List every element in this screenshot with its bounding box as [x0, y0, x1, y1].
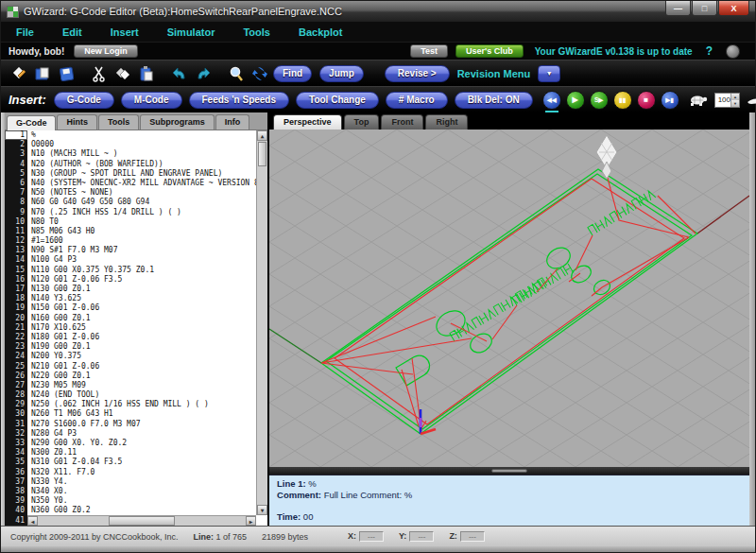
cut-icon[interactable] — [89, 63, 110, 84]
menu-item-tools[interactable]: Tools — [243, 26, 270, 38]
code-line[interactable]: 16N120 G01 Z-0.06 F3.5 — [5, 275, 256, 285]
code-line[interactable]: 32N280 G4 P3 — [5, 429, 256, 439]
paste-icon[interactable] — [136, 63, 157, 84]
insert-m-code-button[interactable]: M-Code — [121, 92, 182, 109]
code-line[interactable]: 15N110 G00 X0.375 Y0.375 Z0.1 — [5, 266, 256, 275]
insert--macro-button[interactable]: # Macro — [386, 92, 448, 109]
code-line[interactable]: 17N130 G00 Z0.1 — [5, 285, 256, 294]
hscroll-thumb[interactable] — [109, 516, 175, 526]
new-login-button[interactable]: New Login — [74, 44, 138, 58]
scroll-left-icon[interactable]: ◀ — [27, 516, 38, 526]
scroll-up-icon[interactable]: ▲ — [257, 130, 267, 141]
code-line[interactable]: 8N60 G0 G40 G49 G50 G80 G94 — [5, 198, 256, 207]
view-tab-front[interactable]: Front — [381, 114, 423, 130]
code-line[interactable]: 10N80 T0 — [5, 217, 256, 227]
code-line[interactable]: 29N250 (.062 INCH 1/16 HSS END MILL ) ( … — [5, 400, 256, 409]
code-line[interactable]: 7N50 (NOTES ~ NONE) — [5, 188, 256, 198]
code-line[interactable]: 27N230 M05 M09 — [5, 381, 256, 390]
refresh-icon[interactable] — [249, 63, 270, 84]
code-line[interactable]: 39N350 Y0. — [5, 496, 256, 506]
undo-icon[interactable] — [169, 63, 190, 84]
code-line[interactable]: 11N85 M06 G43 H0 — [5, 227, 256, 236]
code-editor[interactable]: 1%2O00003N10 (MACH3 MILL ~ )4N20 (AUTHOR… — [5, 130, 267, 526]
stop-button[interactable]: ■ — [637, 91, 656, 110]
code-line[interactable]: 2O0000 — [5, 140, 256, 149]
code-line[interactable]: 22N180 G01 Z-0.06 — [5, 333, 256, 342]
save-file-icon[interactable] — [56, 63, 77, 84]
tab-hints[interactable]: Hints — [57, 114, 97, 130]
code-line[interactable]: 37N330 Y4. — [5, 477, 256, 487]
code-line[interactable]: 33N290 G00 X0. Y0. Z0.2 — [5, 439, 256, 448]
tab-info[interactable]: Info — [215, 114, 250, 130]
revise-button[interactable]: Revise > — [385, 65, 450, 82]
code-line[interactable]: 18N140 Y3.625 — [5, 294, 256, 303]
rewind-button[interactable]: ◀◀ — [542, 91, 561, 110]
editor-horizontal-scrollbar[interactable]: ◀ ▶ — [27, 515, 256, 526]
code-line[interactable]: 31N270 S1600.0 F7.0 M3 M07 — [5, 420, 256, 429]
speed-spinner[interactable]: 100 ▲▼ — [714, 93, 740, 108]
code-line[interactable]: 5N30 (GROUP ~ SPOT DRILL AND ENGRAVE PAN… — [5, 169, 256, 179]
code-line[interactable]: 38N340 X0. — [5, 487, 256, 496]
code-line[interactable]: 13N90 S#1 F7.0 M3 M07 — [5, 246, 256, 255]
search-icon[interactable] — [226, 63, 247, 84]
tab-tools[interactable]: Tools — [98, 114, 139, 130]
step-play-button[interactable]: S▶ — [590, 91, 609, 110]
copy-icon[interactable] — [112, 63, 133, 84]
new-file-icon[interactable] — [9, 63, 29, 84]
test-button[interactable]: Test — [410, 44, 448, 58]
spin-down-icon[interactable]: ▼ — [731, 100, 739, 107]
code-line[interactable]: 1% — [5, 130, 256, 140]
code-line[interactable]: 23N190 G00 Z0.1 — [5, 342, 256, 352]
menu-item-simulator[interactable]: Simulator — [167, 26, 215, 38]
tab-subprograms[interactable]: Subprograms — [140, 114, 215, 130]
scroll-down-icon[interactable]: ▼ — [257, 505, 267, 515]
code-line[interactable]: 24N200 Y0.375 — [5, 352, 256, 361]
redo-icon[interactable] — [193, 63, 214, 84]
find-button[interactable]: Find — [273, 65, 312, 82]
insert-g-code-button[interactable]: G-Code — [54, 92, 114, 109]
open-file-icon[interactable] — [32, 63, 53, 84]
code-line[interactable]: 40N360 G00 Z0.2 — [5, 506, 256, 515]
backplot-3d-view[interactable] — [269, 130, 749, 467]
code-line[interactable]: 28N240 (END TOOL) — [5, 390, 256, 400]
view-tab-top[interactable]: Top — [344, 114, 380, 130]
help-icon[interactable]: ? — [706, 44, 713, 58]
code-line[interactable]: 20N160 G00 Z0.1 — [5, 314, 256, 323]
scroll-right-icon[interactable]: ▶ — [246, 516, 256, 526]
spin-up-icon[interactable]: ▲ — [731, 94, 739, 100]
code-line[interactable]: 4N20 (AUTHOR ~ (BOB WARFIELD)) — [5, 160, 256, 169]
menu-item-file[interactable]: File — [16, 26, 34, 38]
step-forward-button[interactable]: ▶▮ — [661, 91, 679, 110]
code-line[interactable]: 25N210 G01 Z-0.06 — [5, 362, 256, 372]
menu-item-backplot[interactable]: Backplot — [299, 26, 342, 38]
users-club-button[interactable]: User's Club — [455, 44, 524, 58]
view-tab-perspective[interactable]: Perspective — [273, 114, 342, 130]
splitter-handle[interactable] — [491, 469, 527, 473]
code-line[interactable]: 30N260 T1 M06 G43 H1 — [5, 409, 256, 419]
code-line[interactable]: 6N40 (SYSTEM~ ONECNC-XR2 MILL ADVANTAGE … — [5, 179, 256, 188]
tab-g-code[interactable]: G-Code — [7, 115, 57, 130]
play-button[interactable]: ▶ — [566, 91, 585, 110]
revision-dropdown-button[interactable]: ▼ — [538, 65, 560, 82]
code-line[interactable]: 9N70 (.25 INCH HSS 1/4 DRILL ) ( ) — [5, 208, 256, 217]
code-line[interactable]: 19N150 G01 Z-0.06 — [5, 303, 256, 313]
close-button[interactable]: X — [718, 1, 749, 16]
vscroll-thumb[interactable] — [258, 142, 266, 166]
viewport-splitter[interactable] — [269, 467, 749, 475]
menu-item-insert[interactable]: Insert — [111, 26, 139, 38]
code-line[interactable]: 35N310 G01 Z-0.04 F3.5 — [5, 458, 256, 467]
code-line[interactable]: 14N100 G4 P3 — [5, 255, 256, 265]
view-tab-right[interactable]: Right — [425, 114, 468, 130]
minimize-button[interactable]: — — [665, 1, 691, 16]
code-line[interactable]: 3N10 (MACH3 MILL ~ ) — [5, 149, 256, 159]
menu-item-edit[interactable]: Edit — [62, 26, 82, 38]
code-line[interactable]: 12#1=1600 — [5, 236, 256, 246]
insert-tool-change-button[interactable]: Tool Change — [296, 92, 379, 109]
jump-button[interactable]: Jump — [319, 65, 364, 82]
editor-vertical-scrollbar[interactable]: ▲ ▼ — [256, 130, 267, 515]
pause-button[interactable]: ▮▮ — [613, 91, 632, 110]
maximize-button[interactable]: □ — [692, 1, 717, 16]
blk-del-toggle[interactable]: Blk Del: ON — [455, 92, 533, 109]
code-line[interactable]: 34N300 Z0.11 — [5, 448, 256, 458]
insert-feeds-n-speeds-button[interactable]: Feeds 'n Speeds — [189, 92, 290, 109]
